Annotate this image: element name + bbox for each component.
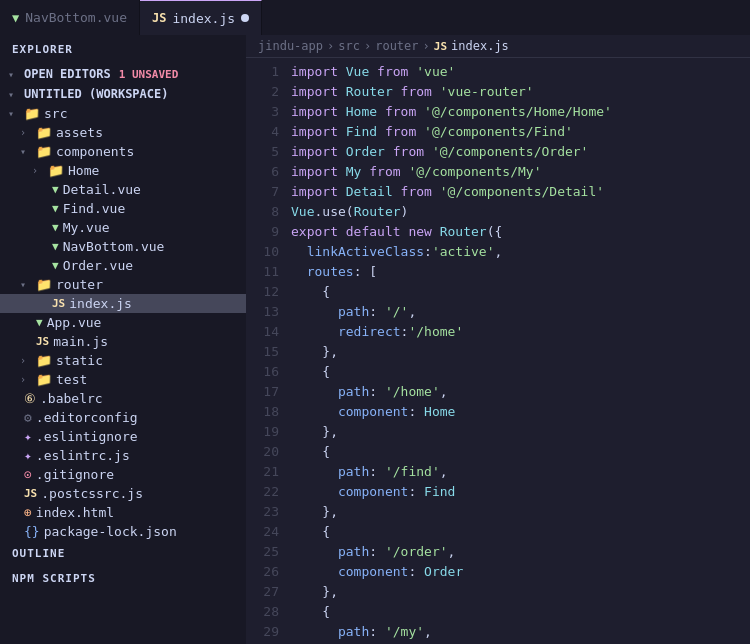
breadcrumb: jindu-app › src › router › JS index.js: [246, 35, 750, 58]
code-line: {: [291, 282, 750, 302]
code-line: component: Find: [291, 482, 750, 502]
gear-icon: ⚙: [24, 410, 32, 425]
tree-label: Find.vue: [63, 201, 126, 216]
vue-icon: ▼: [52, 240, 59, 253]
breadcrumb-separator: ›: [423, 39, 430, 53]
tree-item-test[interactable]: › 📁 test: [0, 370, 246, 389]
json-icon: {}: [24, 524, 40, 539]
tree-label: package-lock.json: [44, 524, 177, 539]
tree-item-navbottom-vue[interactable]: ▼ NavBottom.vue: [0, 237, 246, 256]
folder-icon: 📁: [24, 106, 40, 121]
chevron-down-icon: ▾: [20, 279, 32, 290]
tree-item-src[interactable]: ▾ 📁 src: [0, 104, 246, 123]
tree-item-static[interactable]: › 📁 static: [0, 351, 246, 370]
tree-label: .gitignore: [36, 467, 114, 482]
folder-icon: 📁: [36, 125, 52, 140]
line-number: 1: [246, 62, 279, 82]
tree-item-index-html[interactable]: ⊕ index.html: [0, 503, 246, 522]
html-icon: ⊕: [24, 505, 32, 520]
tree-item-detail-vue[interactable]: ▼ Detail.vue: [0, 180, 246, 199]
code-line: {: [291, 522, 750, 542]
tree-item-my-vue[interactable]: ▼ My.vue: [0, 218, 246, 237]
tab-navbottom[interactable]: ▼ NavBottom.vue: [0, 0, 140, 35]
tab-indexjs[interactable]: JS index.js: [140, 0, 262, 35]
code-line: path: '/my',: [291, 622, 750, 642]
sidebar: EXPLORER ▾ OPEN EDITORS 1 UNSAVED ▾ UNTI…: [0, 35, 246, 644]
line-number: 22: [246, 482, 279, 502]
tree-item-components[interactable]: ▾ 📁 components: [0, 142, 246, 161]
code-line: import Find from '@/components/Find': [291, 122, 750, 142]
eslint-icon: ✦: [24, 448, 32, 463]
folder-icon: 📁: [36, 372, 52, 387]
tree-item-eslintrc-js[interactable]: ✦ .eslintrc.js: [0, 446, 246, 465]
tree-label: .postcssrc.js: [41, 486, 143, 501]
code-editor[interactable]: 1234567891011121314151617181920212223242…: [246, 58, 750, 644]
line-number: 26: [246, 562, 279, 582]
line-number: 19: [246, 422, 279, 442]
tree-item-gitignore[interactable]: ⊙ .gitignore: [0, 465, 246, 484]
js-file-icon: JS: [36, 335, 49, 348]
tree-item-eslintignore[interactable]: ✦ .eslintignore: [0, 427, 246, 446]
code-line: component: Order: [291, 562, 750, 582]
line-number: 25: [246, 542, 279, 562]
chevron-right-icon: ›: [32, 165, 44, 176]
tree-label: Order.vue: [63, 258, 133, 273]
line-number: 5: [246, 142, 279, 162]
line-number: 28: [246, 602, 279, 622]
tree-label: router: [56, 277, 103, 292]
tree-item-find-vue[interactable]: ▼ Find.vue: [0, 199, 246, 218]
tree-item-home[interactable]: › 📁 Home: [0, 161, 246, 180]
tree-item-editorconfig[interactable]: ⚙ .editorconfig: [0, 408, 246, 427]
line-number: 10: [246, 242, 279, 262]
code-line: routes: [: [291, 262, 750, 282]
editor: jindu-app › src › router › JS index.js 1…: [246, 35, 750, 644]
tree-item-assets[interactable]: › 📁 assets: [0, 123, 246, 142]
tree-item-main-js[interactable]: JS main.js: [0, 332, 246, 351]
workspace-label: UNTITLED (WORKSPACE): [24, 87, 169, 101]
explorer-title: EXPLORER: [0, 35, 246, 64]
code-line: },: [291, 342, 750, 362]
tree-label: main.js: [53, 334, 108, 349]
open-editors-label: OPEN EDITORS: [24, 67, 111, 81]
eslint-icon: ✦: [24, 429, 32, 444]
line-number: 8: [246, 202, 279, 222]
unsaved-dot: [241, 14, 249, 22]
workspace-section[interactable]: ▾ UNTITLED (WORKSPACE): [0, 84, 246, 104]
line-number: 2: [246, 82, 279, 102]
npm-scripts-section[interactable]: NPM SCRIPTS: [0, 566, 246, 591]
code-line: {: [291, 362, 750, 382]
code-line: import Vue from 'vue': [291, 62, 750, 82]
tree-item-babelrc[interactable]: ⑥ .babelrc: [0, 389, 246, 408]
tree-item-router[interactable]: ▾ 📁 router: [0, 275, 246, 294]
line-number: 11: [246, 262, 279, 282]
line-number: 20: [246, 442, 279, 462]
breadcrumb-part: src: [338, 39, 360, 53]
tree-label: .eslintrc.js: [36, 448, 130, 463]
line-number: 24: [246, 522, 279, 542]
tab-label: NavBottom.vue: [25, 10, 127, 25]
line-number: 23: [246, 502, 279, 522]
line-number: 9: [246, 222, 279, 242]
tree-label: index.html: [36, 505, 114, 520]
tree-label: static: [56, 353, 103, 368]
code-line: },: [291, 582, 750, 602]
line-number: 6: [246, 162, 279, 182]
tree-label: .babelrc: [40, 391, 103, 406]
tree-item-package-lock[interactable]: {} package-lock.json: [0, 522, 246, 541]
tree-label: .eslintignore: [36, 429, 138, 444]
code-line: },: [291, 422, 750, 442]
line-number: 12: [246, 282, 279, 302]
open-editors-section[interactable]: ▾ OPEN EDITORS 1 UNSAVED: [0, 64, 246, 84]
tree-item-postcssrc[interactable]: JS .postcssrc.js: [0, 484, 246, 503]
outline-section[interactable]: OUTLINE: [0, 541, 246, 566]
code-line: Vue.use(Router): [291, 202, 750, 222]
tree-item-order-vue[interactable]: ▼ Order.vue: [0, 256, 246, 275]
code-line: import Detail from '@/components/Detail': [291, 182, 750, 202]
tree-item-index-js[interactable]: JS index.js: [0, 294, 246, 313]
code-content[interactable]: import Vue from 'vue'import Router from …: [291, 58, 750, 644]
line-number: 3: [246, 102, 279, 122]
line-number: 7: [246, 182, 279, 202]
tree-item-app-vue[interactable]: ▼ App.vue: [0, 313, 246, 332]
breadcrumb-js-badge: JS: [434, 40, 447, 53]
line-number: 27: [246, 582, 279, 602]
